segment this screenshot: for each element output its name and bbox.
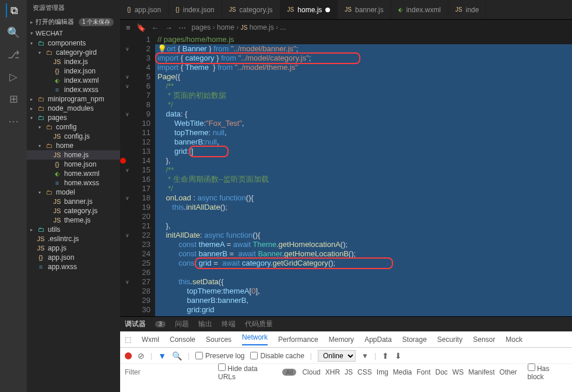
tree-item[interactable]: ▸🗀node_modules [27, 104, 120, 113]
more-icon[interactable]: ⋯ [6, 114, 20, 128]
search-icon[interactable]: 🔍 [6, 26, 20, 40]
source-control-icon[interactable]: ⎇ [6, 48, 20, 62]
search-icon[interactable]: 🔍 [172, 351, 182, 361]
bookmark-icon[interactable]: 🔖 [136, 23, 146, 32]
list-icon[interactable]: ≡ [126, 23, 131, 32]
code-area[interactable]: // pages/home/home.js💡ort { Banner } fro… [155, 35, 572, 316]
tree-item[interactable]: JSindex.js [27, 57, 120, 66]
tree-item[interactable]: ▾🗀components [27, 38, 120, 48]
throttle-select[interactable]: Online [318, 350, 356, 362]
tree-item[interactable]: JSbanner.js [27, 197, 120, 206]
breakpoint-icon[interactable] [120, 158, 126, 164]
has-blocked-checkbox[interactable]: Has block [528, 363, 567, 381]
tree-item[interactable]: JSconfig.js [27, 132, 120, 141]
tree-item[interactable]: ▾🗀home [27, 141, 120, 150]
debug-icon[interactable]: ▷ [6, 70, 20, 84]
devtools-tab[interactable]: Mock [506, 336, 522, 344]
filter-type[interactable]: JS [345, 368, 353, 376]
back-icon[interactable]: ← [152, 23, 159, 32]
tree-item[interactable]: ≡home.wxss [27, 178, 120, 188]
disable-cache-checkbox[interactable]: Disable cache [250, 352, 304, 360]
tree-item[interactable]: JS.eslintrc.js [27, 234, 120, 243]
tree-item[interactable]: ▾🗀pages [27, 113, 120, 122]
filter-type[interactable]: Doc [436, 368, 448, 376]
tree-item[interactable]: JStheme.js [27, 216, 120, 225]
editor-tab[interactable]: JScategory.js [222, 0, 280, 19]
debugger-tab[interactable]: 问题 [175, 319, 189, 329]
throttle-dropdown-icon[interactable]: ▼ [362, 352, 369, 360]
record-icon[interactable] [125, 352, 132, 359]
filter-icon[interactable]: ▼ [158, 351, 166, 361]
filter-type[interactable]: Other [500, 368, 517, 376]
editor-tab[interactable]: JSbanner.js [338, 0, 391, 19]
filter-type[interactable]: Font [417, 368, 431, 376]
tree-item[interactable]: ▸🗀utils [27, 225, 120, 234]
preserve-log-checkbox[interactable]: Preserve log [195, 352, 244, 360]
tree-item[interactable]: {}home.json [27, 160, 120, 169]
debugger-tab[interactable]: 终端 [222, 319, 236, 329]
chevron-down-icon: ▾ [30, 30, 33, 36]
gutter: ∨∨∨∨∨∨∨∨ 1234567891011121314151617181920… [120, 35, 155, 316]
tree-item[interactable]: ⬖home.wxml [27, 169, 120, 178]
unsaved-badge: 1 个未保存 [79, 18, 114, 26]
tree-item[interactable]: {}index.json [27, 66, 120, 76]
tree-item[interactable]: ▾🗀category-gird [27, 48, 120, 57]
filter-type[interactable]: Cloud [302, 368, 320, 376]
devtools-tab[interactable]: Memory [329, 336, 354, 344]
hide-urls-checkbox[interactable]: Hide data URLs [218, 363, 276, 381]
devtools-tab[interactable]: Security [437, 336, 462, 344]
devtools: ⬚ WxmlConsoleSourcesNetworkPerformanceMe… [120, 331, 572, 392]
tree-item[interactable]: JShome.js [27, 150, 120, 160]
devtools-tab[interactable]: Wxml [142, 336, 159, 344]
debugger-tab[interactable]: 输出 [198, 319, 212, 329]
filter-all[interactable]: All [282, 369, 296, 376]
devtools-tab[interactable]: Sources [206, 336, 231, 344]
editor-tab[interactable]: ⬖index.wxml [391, 0, 448, 19]
tree-item[interactable]: {}app.json [27, 253, 120, 262]
inspect-icon[interactable]: ⬚ [125, 336, 131, 344]
tree-item[interactable]: ▸🗀miniprogram_npm [27, 94, 120, 104]
filter-type[interactable]: Manifest [468, 368, 494, 376]
devtools-tab[interactable]: AppData [364, 336, 392, 344]
debugger-tab[interactable]: 调试器 [125, 319, 146, 329]
filter-type[interactable]: Media [393, 368, 412, 376]
editor-tab[interactable]: JSinde [448, 0, 486, 19]
filter-type[interactable]: Img [377, 368, 388, 376]
tree-item[interactable]: JSapp.js [27, 243, 120, 253]
tree-item[interactable]: ⬖index.wxml [27, 76, 120, 85]
filter-type[interactable]: CSS [357, 368, 372, 376]
file-tree: ▾🗀components▾🗀category-girdJSindex.js{}i… [27, 38, 120, 392]
editor-tab[interactable]: {}index.json [169, 0, 222, 19]
upload-icon[interactable]: ⬆ [382, 351, 389, 361]
tree-item[interactable]: JScategory.js [27, 206, 120, 216]
tree-item[interactable]: ≡app.wxss [27, 262, 120, 271]
clear-icon[interactable]: ⊘ [138, 351, 145, 361]
devtools-tab[interactable]: Storage [402, 336, 427, 344]
devtools-tab[interactable]: Performance [278, 336, 318, 344]
project-header[interactable]: ▾ WECHAT [27, 28, 120, 38]
filter-input[interactable] [125, 368, 212, 376]
editor-tab[interactable]: JShome.js [280, 0, 338, 19]
filter-type[interactable]: WS [452, 368, 464, 376]
debugger-tabs: 调试器3问题输出终端代码质量 [120, 316, 572, 331]
network-filter-bar: Hide data URLs All CloudXHRJSCSSImgMedia… [120, 364, 572, 380]
debugger-tab[interactable]: 代码质量 [245, 319, 273, 329]
open-editors-header[interactable]: ▸ 打开的编辑器 1 个未保存 [27, 16, 120, 28]
devtools-tab[interactable]: Sensor [473, 336, 495, 344]
download-icon[interactable]: ⬇ [395, 351, 402, 361]
breadcrumb-bar: ≡ 🔖 ← → ⋯ pages › home › JS home.js › ..… [120, 20, 572, 35]
tree-item[interactable]: ▾🗀comfig [27, 122, 120, 132]
devtools-tab[interactable]: Network [242, 333, 268, 345]
tree-item[interactable]: ≡index.wxss [27, 85, 120, 94]
explorer-icon[interactable]: ⧉ [6, 3, 20, 17]
extensions-icon[interactable]: ⊞ [6, 92, 20, 106]
breadcrumb[interactable]: pages › home › JS home.js › ... [192, 23, 286, 31]
more-icon[interactable]: ⋯ [178, 23, 186, 32]
filter-type[interactable]: XHR [325, 368, 340, 376]
tree-item[interactable]: ▾🗀model [27, 188, 120, 197]
sidebar-title: 资源管理器 [27, 0, 120, 16]
code-editor[interactable]: ∨∨∨∨∨∨∨∨ 1234567891011121314151617181920… [120, 35, 572, 316]
devtools-tab[interactable]: Console [170, 336, 195, 344]
forward-icon[interactable]: → [165, 23, 173, 32]
editor-tab[interactable]: {}app.json [120, 0, 169, 19]
